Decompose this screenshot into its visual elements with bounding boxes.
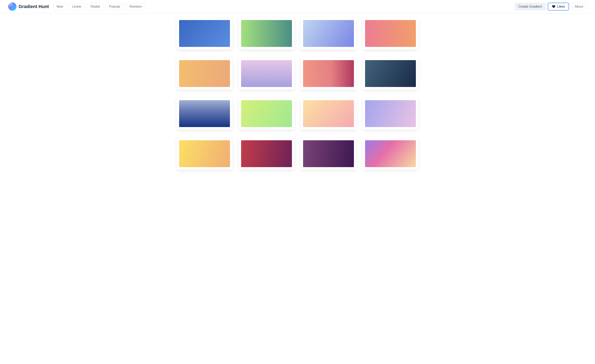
- gradient-card[interactable]: [301, 58, 356, 89]
- gradient-card[interactable]: [177, 18, 232, 49]
- likes-label: Likes: [557, 5, 565, 8]
- gradient-swatch: [241, 60, 292, 87]
- gradient-swatch: [303, 60, 354, 87]
- gradient-card[interactable]: [363, 98, 418, 129]
- gradient-swatch: [303, 100, 354, 127]
- gradient-card[interactable]: [301, 98, 356, 129]
- gradient-swatch: [241, 100, 292, 127]
- nav-random[interactable]: Random: [126, 3, 145, 10]
- gradient-card[interactable]: [177, 98, 232, 129]
- gradient-grid: [168, 14, 427, 178]
- gradient-swatch: [241, 140, 292, 167]
- brand-name: Gradient Hunt: [19, 4, 49, 9]
- gradient-swatch: [179, 60, 230, 87]
- gradient-swatch: [365, 20, 416, 47]
- nav-radial[interactable]: Radial: [87, 3, 103, 10]
- nav-new[interactable]: New: [53, 3, 67, 10]
- gradient-card[interactable]: [239, 58, 294, 89]
- gradient-card[interactable]: [363, 138, 418, 170]
- logo-icon: [8, 2, 16, 11]
- gradient-swatch: [179, 20, 230, 47]
- gradient-swatch: [179, 100, 230, 127]
- gradient-swatch: [365, 100, 416, 127]
- gradient-swatch: [365, 60, 416, 87]
- gradient-card[interactable]: [363, 58, 418, 89]
- nav-popular[interactable]: Popular: [106, 3, 124, 10]
- gradient-card[interactable]: [239, 18, 294, 49]
- likes-button[interactable]: Likes: [548, 3, 569, 11]
- heart-icon: [552, 5, 556, 8]
- gradient-swatch: [179, 140, 230, 167]
- gradient-card[interactable]: [177, 58, 232, 89]
- gradient-card[interactable]: [301, 18, 356, 49]
- gradient-card[interactable]: [301, 138, 356, 170]
- header: Gradient Hunt New Linear Radial Popular …: [0, 0, 595, 14]
- gradient-swatch: [365, 140, 416, 167]
- gradient-swatch: [303, 140, 354, 167]
- gradient-swatch: [241, 20, 292, 47]
- nav-linear[interactable]: Linear: [69, 3, 85, 10]
- gradient-swatch: [303, 20, 354, 47]
- gradient-card[interactable]: [177, 138, 232, 170]
- gradient-card[interactable]: [239, 98, 294, 129]
- gradient-card[interactable]: [363, 18, 418, 49]
- gradient-card[interactable]: [239, 138, 294, 170]
- create-gradient-button[interactable]: Create Gradient: [515, 3, 546, 11]
- about-button[interactable]: About: [571, 3, 587, 10]
- logo-link[interactable]: Gradient Hunt: [8, 2, 49, 11]
